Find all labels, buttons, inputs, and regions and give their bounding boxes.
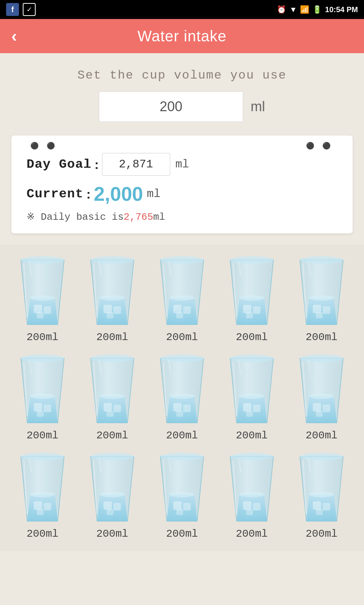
svg-point-70 <box>300 453 343 460</box>
cup-item: 200ml <box>82 256 143 343</box>
svg-rect-14 <box>176 312 183 318</box>
current-row: Current : 2,000 ml <box>27 183 337 205</box>
cup-glass[interactable] <box>14 354 71 427</box>
svg-rect-59 <box>107 509 113 515</box>
svg-rect-22 <box>313 305 321 313</box>
svg-point-50 <box>21 453 64 460</box>
svg-rect-69 <box>246 509 253 515</box>
svg-rect-32 <box>104 403 112 411</box>
svg-point-30 <box>91 354 134 362</box>
cup-label: 200ml <box>236 528 268 540</box>
svg-point-5 <box>91 256 134 264</box>
cup-glass[interactable] <box>293 453 350 525</box>
cup-glass[interactable] <box>84 354 141 427</box>
cups-row-0: 200ml 200ml <box>8 256 356 343</box>
svg-rect-73 <box>323 503 330 510</box>
svg-point-45 <box>300 354 343 362</box>
svg-rect-38 <box>183 405 191 412</box>
day-goal-label: Day Goal <box>27 157 91 172</box>
svg-point-65 <box>230 453 273 460</box>
svg-rect-47 <box>313 403 321 411</box>
svg-rect-18 <box>253 306 260 314</box>
time-display: 10:54 PM <box>325 5 358 14</box>
svg-point-36 <box>169 394 195 399</box>
svg-point-41 <box>239 394 264 399</box>
cup-label: 200ml <box>96 528 128 540</box>
day-goal-unit: ml <box>176 158 189 171</box>
cup-glass[interactable] <box>84 453 141 525</box>
cup-label: 200ml <box>306 528 337 540</box>
page-title: Water intake <box>137 28 226 45</box>
svg-rect-72 <box>313 501 321 510</box>
wifi-icon: ▼ <box>289 5 297 14</box>
svg-rect-68 <box>253 503 260 510</box>
cup-glass[interactable] <box>223 256 280 328</box>
svg-point-71 <box>309 492 334 497</box>
svg-rect-53 <box>44 503 51 510</box>
svg-rect-12 <box>173 305 182 313</box>
cup-label: 200ml <box>166 430 198 441</box>
svg-point-20 <box>300 256 343 264</box>
svg-point-15 <box>230 256 273 264</box>
svg-rect-33 <box>113 405 121 412</box>
back-button[interactable]: ‹ <box>11 28 17 44</box>
svg-point-31 <box>100 394 125 399</box>
svg-rect-74 <box>316 509 323 515</box>
svg-rect-39 <box>176 411 183 417</box>
svg-point-16 <box>239 295 264 301</box>
svg-point-1 <box>30 295 55 301</box>
svg-rect-34 <box>107 411 113 417</box>
cup-glass[interactable] <box>154 354 210 427</box>
svg-rect-19 <box>246 312 253 318</box>
cup-glass[interactable] <box>84 256 141 328</box>
daily-basic-unit: ml <box>153 211 165 223</box>
cup-glass[interactable] <box>14 256 71 328</box>
volume-input-row: ml <box>11 91 353 122</box>
cup-item: 200ml <box>82 453 143 540</box>
cups-row-1: 200ml 200ml <box>8 354 356 441</box>
cup-glass[interactable] <box>14 453 71 525</box>
svg-point-6 <box>100 295 125 301</box>
svg-rect-23 <box>323 306 330 314</box>
current-label: Current <box>27 187 83 201</box>
svg-rect-44 <box>246 411 253 417</box>
cup-label: 200ml <box>236 430 268 441</box>
svg-rect-3 <box>44 306 51 314</box>
svg-point-60 <box>160 453 204 460</box>
cup-item: 200ml <box>291 453 352 540</box>
cup-glass[interactable] <box>223 354 280 427</box>
svg-rect-7 <box>104 305 112 313</box>
cup-label: 200ml <box>27 430 58 441</box>
cup-label: 200ml <box>236 331 268 343</box>
cup-volume-input[interactable] <box>99 91 243 122</box>
cup-item: 200ml <box>291 354 352 441</box>
svg-point-26 <box>30 394 55 399</box>
svg-rect-27 <box>34 403 42 411</box>
cup-glass[interactable] <box>293 354 350 427</box>
cup-item: 200ml <box>152 453 212 540</box>
svg-rect-17 <box>243 305 251 313</box>
svg-rect-48 <box>323 405 330 412</box>
alarm-icon: ⏰ <box>277 5 286 14</box>
cup-glass[interactable] <box>293 256 350 328</box>
svg-point-56 <box>100 492 125 497</box>
cup-label: 200ml <box>27 331 58 343</box>
cup-item: 200ml <box>221 354 282 441</box>
cup-glass[interactable] <box>154 256 210 328</box>
volume-unit-label: ml <box>251 99 265 115</box>
svg-point-0 <box>21 256 64 264</box>
svg-rect-42 <box>243 403 251 411</box>
notepad-card: Day Goal : ml Current : 2,000 ml ※ Daily… <box>11 135 353 233</box>
cup-item: 200ml <box>12 354 73 441</box>
day-goal-input[interactable] <box>102 153 170 176</box>
svg-rect-57 <box>104 501 112 510</box>
svg-rect-49 <box>316 411 323 417</box>
cups-section: 200ml 200ml <box>0 245 364 551</box>
svg-rect-28 <box>44 405 51 412</box>
svg-rect-29 <box>37 411 44 417</box>
cup-item: 200ml <box>12 453 73 540</box>
cup-glass[interactable] <box>223 453 280 525</box>
cup-glass[interactable] <box>154 453 210 525</box>
svg-point-10 <box>160 256 204 264</box>
main-content: Set the cup volume you use ml Day Goal :… <box>0 53 364 605</box>
